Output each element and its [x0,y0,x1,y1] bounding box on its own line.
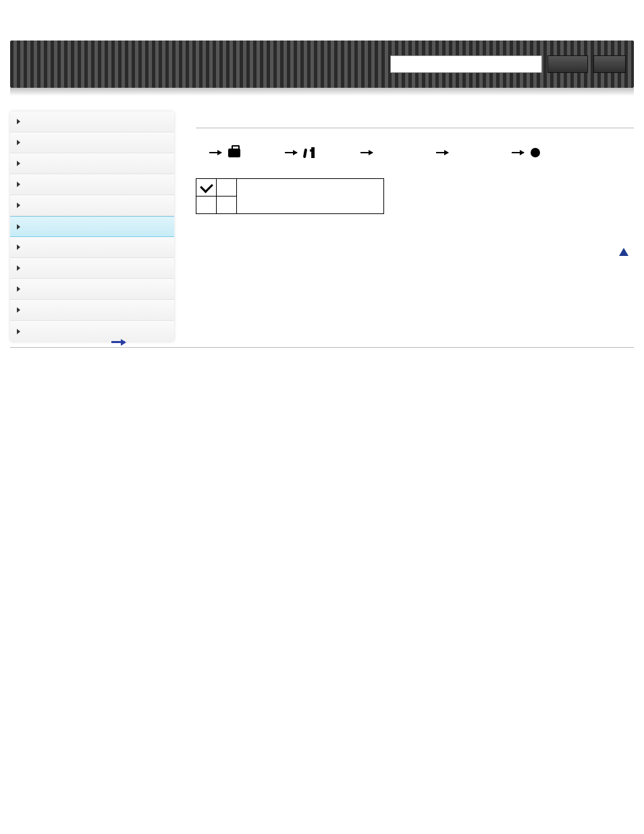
circle-icon [531,148,540,157]
caret-icon [17,140,20,145]
cell [217,197,237,214]
sidebar-item-6[interactable] [10,237,174,258]
check-icon [200,180,213,193]
table-row [196,179,384,197]
sidebar [10,111,174,342]
main-content [196,111,634,256]
caret-icon [17,307,20,313]
sidebar-item-3[interactable] [10,174,174,195]
caret-icon [17,119,20,124]
sidebar-item-8[interactable] [10,279,174,300]
sidebar-item-2[interactable] [10,153,174,174]
tools-icon [304,147,315,158]
sidebar-item-0[interactable] [10,111,174,132]
cell [196,197,217,214]
divider [196,128,634,128]
nav-step-3 [354,152,421,153]
caret-icon [17,182,20,187]
sidebar-item-10[interactable] [10,321,174,342]
caret-icon [17,265,20,271]
triangle-up-icon [619,248,628,256]
caret-icon [17,286,20,292]
sidebar-item-9[interactable] [10,300,174,321]
search-input[interactable] [390,55,542,73]
caret-icon [17,161,20,166]
prev-arrow-icon[interactable] [111,341,125,343]
bottom-divider [10,347,634,348]
caret-icon [17,244,20,250]
arrow-icon [436,152,448,153]
nav-step-2 [278,147,346,158]
header-bar [10,41,634,88]
cell [237,179,384,214]
arrow-icon [360,152,373,153]
nav-step-5 [505,148,572,157]
sidebar-item-4[interactable] [10,195,174,216]
cell-check [196,179,217,197]
nav-step-4 [429,152,497,153]
sidebar-item-1[interactable] [10,132,174,153]
caret-icon [17,203,20,208]
cell [217,179,237,197]
sidebar-item-7[interactable] [10,258,174,279]
arrow-icon [209,152,221,153]
footer-row [196,248,634,256]
info-table [196,178,384,214]
header-button-2[interactable] [593,55,626,73]
arrow-icon [512,152,524,153]
nav-step-1 [203,149,270,157]
nav-path [203,147,634,158]
caret-icon [17,329,20,334]
arrow-icon [285,152,297,153]
briefcase-icon [228,149,240,157]
sidebar-item-5[interactable] [10,216,174,237]
header-button-1[interactable] [547,55,588,73]
caret-icon [17,224,20,230]
